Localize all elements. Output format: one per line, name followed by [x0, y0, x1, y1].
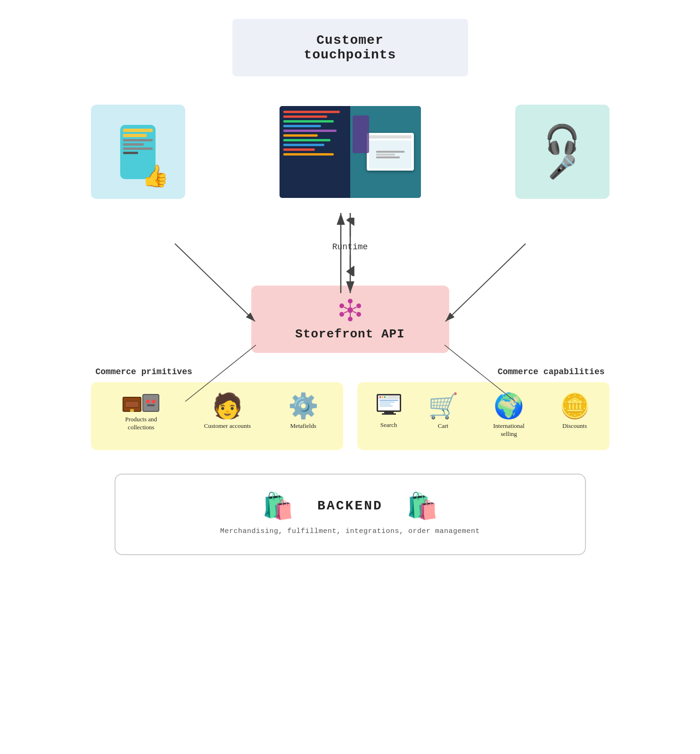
svg-line-20 — [353, 307, 356, 309]
backend-icon-left: 🛍️ — [262, 493, 294, 519]
svg-point-17 — [339, 312, 344, 317]
item-cart: 🛒 Cart — [428, 394, 459, 430]
svg-point-14 — [356, 303, 361, 308]
item-products-collections: Products and collections — [115, 394, 167, 432]
commerce-capabilities-box: Search 🛒 Cart 🌍 International selling — [357, 382, 609, 450]
svg-point-12 — [347, 307, 353, 313]
item-discounts-label: Discounts — [562, 422, 587, 430]
commerce-primitives-title: Commerce primitives — [96, 367, 192, 377]
api-icon — [336, 297, 364, 323]
commerce-capabilities-title: Commerce capabilities — [498, 367, 605, 377]
item-search-label: Search — [380, 421, 397, 429]
svg-line-24 — [344, 307, 347, 309]
svg-line-23 — [344, 311, 347, 313]
storefront-api-box: Storefront API — [251, 286, 449, 353]
backend-section: 🛍️ BACKEND 🛍️ Merchandising, fulfillment… — [115, 474, 586, 555]
customer-touchpoints-title: Customer touchpoints — [270, 33, 430, 62]
right-touchpoint-box: 🎧 🎤 — [515, 105, 609, 199]
svg-line-21 — [353, 311, 356, 313]
left-touchpoint-box: 👍 — [91, 105, 185, 199]
backend-title: BACKEND — [317, 499, 383, 513]
item-customer-accounts-label: Customer accounts — [204, 422, 251, 430]
item-metafields: ⚙️ Metafields — [288, 394, 319, 430]
customer-touchpoints-box: Customer touchpoints — [232, 19, 468, 76]
item-international-selling: 🌍 International selling — [486, 394, 533, 438]
svg-point-15 — [356, 312, 361, 317]
svg-point-16 — [348, 317, 353, 321]
arrow-up-svg — [343, 218, 357, 241]
backend-top: 🛍️ BACKEND 🛍️ — [262, 493, 438, 519]
item-search: Search — [377, 394, 401, 429]
arrow-down-svg — [343, 253, 357, 276]
item-international-selling-label: International selling — [486, 422, 533, 438]
full-diagram: 👍 — [91, 105, 609, 474]
backend-icon-right: 🛍️ — [406, 493, 438, 519]
item-cart-label: Cart — [438, 422, 448, 430]
item-discounts: 🪙 Discounts — [560, 394, 590, 430]
commerce-primitives-box: Products and collections 🧑 Customer acco… — [91, 382, 343, 450]
main-container: Customer touchpoints — [0, 0, 700, 754]
center-screen — [280, 106, 421, 198]
item-customer-accounts: 🧑 Customer accounts — [204, 394, 251, 430]
item-products-collections-label: Products and collections — [115, 416, 167, 432]
svg-point-18 — [339, 303, 344, 308]
backend-subtitle: Merchandising, fulfillment, integrations… — [220, 527, 480, 535]
item-metafields-label: Metafields — [290, 422, 316, 430]
svg-point-13 — [348, 299, 353, 303]
runtime-label: Runtime — [332, 242, 368, 252]
storefront-api-title: Storefront API — [289, 327, 412, 341]
